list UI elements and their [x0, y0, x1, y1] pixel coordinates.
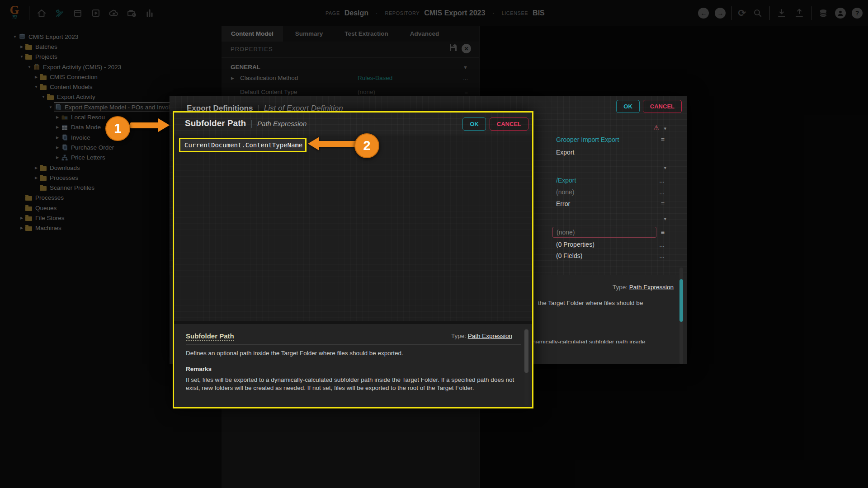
- ellipsis-button[interactable]: ...: [659, 188, 665, 196]
- scrollbar-thumb[interactable]: [524, 329, 528, 373]
- help-summary: Defines an optional path inside the Targ…: [186, 350, 521, 357]
- scrollbar-thumb[interactable]: [679, 279, 683, 322]
- expression-editor[interactable]: CurrentDocument.ContentTypeName: [174, 135, 532, 324]
- help-title: Subfolder Path: [186, 332, 234, 340]
- cancel-button[interactable]: CANCEL: [490, 117, 528, 131]
- value-link[interactable]: /Export: [556, 177, 576, 184]
- cancel-button[interactable]: CANCEL: [643, 100, 682, 113]
- outer-type-caption: Type: Path Expression: [613, 284, 674, 291]
- value-input-none[interactable]: (none): [552, 227, 656, 238]
- ok-button[interactable]: OK: [462, 117, 486, 131]
- help-panel: Subfolder Path Type: Path Expression Def…: [174, 321, 532, 407]
- annotation-badge-1: 1: [105, 116, 130, 141]
- outer-help-summary: the Target Folder where files should be: [538, 300, 643, 306]
- annotation-badge-2: 2: [354, 133, 379, 158]
- title-separator: |: [246, 118, 257, 128]
- subfolder-path-subtitle: Path Expression: [257, 120, 307, 127]
- help-type-caption: Type: Path Expression: [451, 333, 512, 339]
- dialog-header: Subfolder Path|Path Expression OK CANCEL: [174, 113, 532, 135]
- value-text: Error: [556, 200, 570, 207]
- help-remarks-title: Remarks: [186, 366, 212, 372]
- ellipsis-button[interactable]: ...: [659, 252, 665, 259]
- expression-input[interactable]: CurrentDocument.ContentTypeName: [180, 141, 302, 149]
- warning-icon: ⚠: [653, 124, 659, 131]
- type-label: Type:: [451, 333, 466, 339]
- type-value-link[interactable]: Path Expression: [468, 333, 512, 339]
- chevron-down-icon[interactable]: ▾: [664, 165, 666, 171]
- subfolder-path-dialog: Subfolder Path|Path Expression OK CANCEL…: [173, 111, 533, 408]
- value-text: Export: [556, 149, 574, 156]
- divider: [186, 344, 521, 345]
- type-label: Type:: [613, 284, 627, 291]
- type-value-link[interactable]: Path Expression: [629, 284, 674, 291]
- menu-icon[interactable]: ≡: [661, 229, 665, 236]
- chevron-down-icon[interactable]: ▾: [664, 126, 666, 131]
- menu-icon[interactable]: ≡: [661, 200, 665, 207]
- menu-icon[interactable]: ≡: [661, 136, 665, 143]
- value-link[interactable]: Grooper Import Export: [556, 136, 619, 143]
- value-text: (0 Properties): [556, 241, 594, 248]
- ellipsis-button[interactable]: ...: [659, 177, 665, 184]
- help-remarks: If set, files will be exported to a dyna…: [186, 376, 524, 392]
- expression-input-highlight: CurrentDocument.ContentTypeName: [179, 138, 307, 152]
- panel-header-icons: ⚠▾: [653, 124, 666, 132]
- ok-button[interactable]: OK: [616, 100, 640, 113]
- subfolder-path-title: Subfolder Path: [185, 118, 246, 128]
- value-text: (none): [556, 188, 574, 196]
- value-text: (0 Fields): [556, 252, 582, 259]
- ellipsis-button[interactable]: ...: [659, 241, 665, 248]
- chevron-down-icon[interactable]: ▾: [664, 216, 666, 222]
